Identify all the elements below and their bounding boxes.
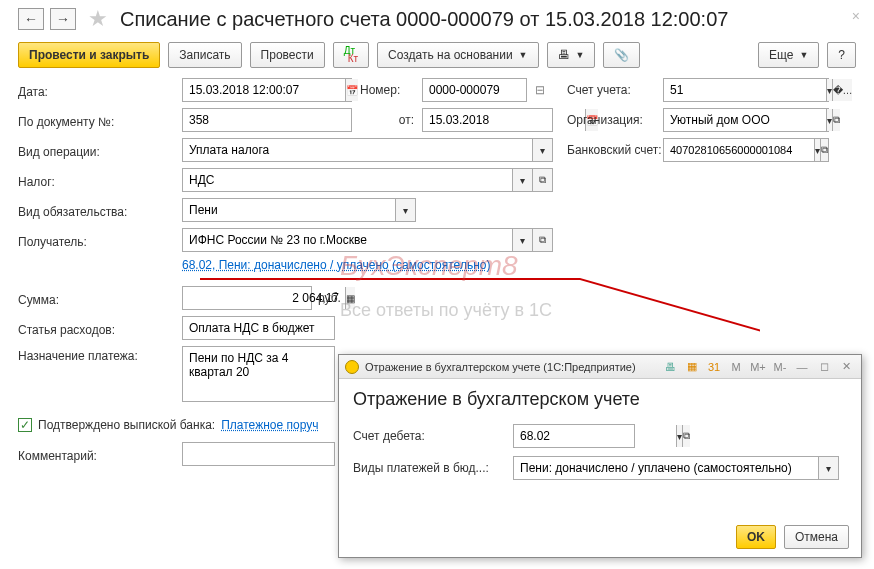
lock-icon: ⊟ — [535, 83, 545, 97]
dialog-title: Отражение в бухгалтерском учете — [353, 389, 847, 410]
currency-label: руб. — [318, 291, 341, 305]
expense-label: Статья расходов: — [18, 320, 182, 337]
calc-icon[interactable]: ▦ — [345, 287, 355, 309]
tool-calendar-icon[interactable]: ▦ — [683, 359, 701, 375]
bank-acc-label: Банковский счет: — [553, 143, 663, 157]
paperclip-icon: 📎 — [614, 48, 629, 62]
more-label: Еще — [769, 48, 793, 62]
dropdown-icon[interactable]: ▾ — [532, 139, 552, 161]
tax-label: Налог: — [18, 172, 182, 189]
doc-no-label: По документу №: — [18, 112, 182, 129]
tool-print-icon[interactable]: 🖶 — [661, 359, 679, 375]
help-button[interactable]: ? — [827, 42, 856, 68]
liab-label: Вид обязательства: — [18, 202, 182, 219]
dropdown-icon[interactable]: ▾ — [818, 457, 838, 479]
accounting-dialog: Отражение в бухгалтерском учете (1С:Пред… — [338, 354, 862, 558]
print-icon: 🖶 — [558, 48, 570, 62]
expense-input[interactable] — [183, 317, 345, 339]
liab-input[interactable] — [183, 199, 395, 221]
cancel-button[interactable]: Отмена — [784, 525, 849, 549]
tool-m[interactable]: M — [727, 359, 745, 375]
nav-back-button[interactable]: ← — [18, 8, 44, 30]
open-icon[interactable]: ⧉ — [820, 139, 828, 161]
purpose-label: Назначение платежа: — [18, 346, 182, 363]
open-icon[interactable]: ⧉ — [682, 425, 690, 447]
org-label: Организация: — [553, 113, 663, 127]
dialog-titlebar-text: Отражение в бухгалтерском учете (1С:Пред… — [365, 361, 636, 373]
tool-mplus[interactable]: M+ — [749, 359, 767, 375]
tax-input[interactable] — [183, 169, 512, 191]
create-based-on-button[interactable]: Создать на основании▼ — [377, 42, 538, 68]
purpose-textarea[interactable] — [183, 347, 334, 401]
accounting-link[interactable]: 68.02, Пени: доначислено / уплачено (сам… — [182, 258, 490, 272]
doc-no-input[interactable] — [183, 109, 351, 131]
date-label: Дата: — [18, 82, 182, 99]
payment-order-link[interactable]: Платежное поруч — [221, 418, 318, 432]
confirmed-label: Подтверждено выпиской банка: — [38, 418, 215, 432]
more-button[interactable]: Еще▼ — [758, 42, 819, 68]
nav-fwd-button[interactable]: → — [50, 8, 76, 30]
number-label: Номер: — [352, 83, 422, 97]
debit-input[interactable] — [514, 425, 676, 447]
minimize-icon[interactable]: — — [793, 359, 811, 375]
tool-date-icon[interactable]: 31 — [705, 359, 723, 375]
doc-from-label: от: — [352, 113, 422, 127]
open-icon[interactable]: ⧉ — [532, 169, 552, 191]
comment-input[interactable] — [183, 443, 345, 465]
window-title: Списание с расчетного счета 0000-000079 … — [120, 8, 728, 31]
open-icon[interactable]: �… — [832, 79, 852, 101]
post-label: Провести — [261, 48, 314, 62]
confirmed-checkbox[interactable]: ✓ — [18, 418, 32, 432]
ok-button[interactable]: OK — [736, 525, 776, 549]
ok-label: OK — [747, 530, 765, 544]
paytype-label: Виды платежей в бюд...: — [353, 461, 513, 475]
print-button[interactable]: 🖶▼ — [547, 42, 596, 68]
help-label: ? — [838, 48, 845, 62]
close-icon[interactable]: × — [852, 8, 860, 24]
account-input[interactable] — [664, 79, 826, 101]
dropdown-icon[interactable]: ▾ — [395, 199, 415, 221]
dropdown-icon[interactable]: ▾ — [512, 229, 532, 251]
date-input[interactable] — [183, 79, 345, 101]
open-icon[interactable]: ⧉ — [832, 109, 840, 131]
op-type-label: Вид операции: — [18, 142, 182, 159]
open-icon[interactable]: ⧉ — [532, 229, 552, 251]
dtkt-button[interactable]: ДтКт — [333, 42, 369, 68]
paytype-input[interactable] — [514, 457, 818, 479]
tool-mminus[interactable]: M- — [771, 359, 789, 375]
save-label: Записать — [179, 48, 230, 62]
chevron-down-icon: ▼ — [576, 50, 585, 60]
recipient-label: Получатель: — [18, 232, 182, 249]
debit-label: Счет дебета: — [353, 429, 513, 443]
highlight-line — [200, 278, 580, 280]
app-icon — [345, 360, 359, 374]
create-based-label: Создать на основании — [388, 48, 513, 62]
org-input[interactable] — [664, 109, 826, 131]
post-button[interactable]: Провести — [250, 42, 325, 68]
post-and-close-label: Провести и закрыть — [29, 48, 149, 62]
maximize-icon[interactable]: ◻ — [815, 359, 833, 375]
comment-label: Комментарий: — [18, 446, 182, 463]
sum-label: Сумма: — [18, 290, 182, 307]
dtkt-icon: ДтКт — [344, 47, 358, 63]
save-button[interactable]: Записать — [168, 42, 241, 68]
op-type-input[interactable] — [183, 139, 532, 161]
attach-button[interactable]: 📎 — [603, 42, 640, 68]
post-and-close-button[interactable]: Провести и закрыть — [18, 42, 160, 68]
chevron-down-icon: ▼ — [799, 50, 808, 60]
bank-acc-input[interactable] — [664, 139, 814, 161]
account-label: Счет учета: — [553, 83, 663, 97]
favorite-star-icon[interactable]: ★ — [88, 6, 108, 32]
recipient-input[interactable] — [183, 229, 512, 251]
dropdown-icon[interactable]: ▾ — [512, 169, 532, 191]
chevron-down-icon: ▼ — [519, 50, 528, 60]
cancel-label: Отмена — [795, 530, 838, 544]
close-icon[interactable]: ✕ — [837, 359, 855, 375]
